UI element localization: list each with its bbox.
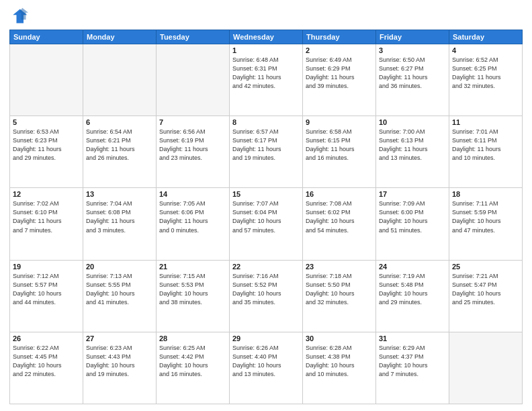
day-info: Sunrise: 7:09 AM Sunset: 6:00 PM Dayligh… [379, 199, 446, 234]
week-row-2: 5Sunrise: 6:53 AM Sunset: 6:23 PM Daylig… [10, 116, 523, 188]
day-number: 2 [306, 46, 373, 54]
day-number: 21 [159, 263, 226, 271]
day-cell: 13Sunrise: 7:04 AM Sunset: 6:08 PM Dayli… [83, 188, 157, 260]
day-cell: 29Sunrise: 6:26 AM Sunset: 4:40 PM Dayli… [230, 332, 303, 404]
day-info: Sunrise: 7:08 AM Sunset: 6:02 PM Dayligh… [306, 199, 373, 234]
day-number: 31 [379, 334, 446, 342]
day-number: 4 [452, 46, 519, 54]
day-number: 7 [159, 118, 226, 126]
day-cell: 20Sunrise: 7:13 AM Sunset: 5:55 PM Dayli… [83, 260, 157, 332]
day-info: Sunrise: 6:56 AM Sunset: 6:19 PM Dayligh… [159, 128, 226, 163]
day-number: 16 [306, 190, 373, 198]
day-info: Sunrise: 6:49 AM Sunset: 6:29 PM Dayligh… [306, 56, 373, 91]
day-number: 29 [232, 334, 300, 342]
day-number: 26 [13, 334, 80, 342]
day-info: Sunrise: 6:22 AM Sunset: 4:45 PM Dayligh… [13, 344, 80, 379]
day-cell: 14Sunrise: 7:05 AM Sunset: 6:06 PM Dayli… [157, 188, 230, 260]
day-cell: 18Sunrise: 7:11 AM Sunset: 5:59 PM Dayli… [449, 188, 523, 260]
col-header-monday: Monday [83, 30, 157, 44]
week-row-5: 26Sunrise: 6:22 AM Sunset: 4:45 PM Dayli… [10, 332, 523, 404]
day-number: 22 [232, 263, 300, 271]
day-number: 27 [86, 334, 153, 342]
day-cell: 28Sunrise: 6:25 AM Sunset: 4:42 PM Dayli… [157, 332, 230, 404]
week-row-1: 1Sunrise: 6:48 AM Sunset: 6:31 PM Daylig… [10, 44, 523, 116]
day-cell [449, 332, 523, 404]
day-number: 17 [379, 190, 446, 198]
day-cell: 6Sunrise: 6:54 AM Sunset: 6:21 PM Daylig… [83, 116, 157, 188]
day-info: Sunrise: 7:18 AM Sunset: 5:50 PM Dayligh… [306, 272, 373, 307]
day-number: 11 [452, 118, 519, 126]
day-info: Sunrise: 6:26 AM Sunset: 4:40 PM Dayligh… [232, 344, 300, 379]
day-info: Sunrise: 7:15 AM Sunset: 5:53 PM Dayligh… [159, 272, 226, 307]
day-info: Sunrise: 7:21 AM Sunset: 5:47 PM Dayligh… [452, 272, 519, 307]
day-cell: 7Sunrise: 6:56 AM Sunset: 6:19 PM Daylig… [157, 116, 230, 188]
day-number: 12 [13, 190, 80, 198]
day-number: 20 [86, 263, 153, 271]
day-cell: 9Sunrise: 6:58 AM Sunset: 6:15 PM Daylig… [303, 116, 376, 188]
day-info: Sunrise: 7:16 AM Sunset: 5:52 PM Dayligh… [232, 272, 300, 307]
header-row: SundayMondayTuesdayWednesdayThursdayFrid… [10, 30, 523, 44]
week-row-3: 12Sunrise: 7:02 AM Sunset: 6:10 PM Dayli… [10, 188, 523, 260]
day-number: 23 [306, 263, 373, 271]
day-cell: 24Sunrise: 7:19 AM Sunset: 5:48 PM Dayli… [376, 260, 449, 332]
day-number: 18 [452, 190, 519, 198]
logo-icon [9, 7, 28, 26]
day-number: 30 [306, 334, 373, 342]
day-cell: 30Sunrise: 6:28 AM Sunset: 4:38 PM Dayli… [303, 332, 376, 404]
day-number: 6 [86, 118, 153, 126]
day-number: 1 [232, 46, 300, 54]
day-number: 28 [159, 334, 226, 342]
day-info: Sunrise: 6:25 AM Sunset: 4:42 PM Dayligh… [159, 344, 226, 379]
day-cell: 12Sunrise: 7:02 AM Sunset: 6:10 PM Dayli… [10, 188, 83, 260]
day-number: 5 [13, 118, 80, 126]
day-info: Sunrise: 6:28 AM Sunset: 4:38 PM Dayligh… [306, 344, 373, 379]
day-number: 15 [232, 190, 300, 198]
logo [9, 7, 31, 26]
day-info: Sunrise: 6:57 AM Sunset: 6:17 PM Dayligh… [232, 128, 300, 163]
calendar-table: SundayMondayTuesdayWednesdayThursdayFrid… [9, 30, 523, 404]
day-cell: 17Sunrise: 7:09 AM Sunset: 6:00 PM Dayli… [376, 188, 449, 260]
day-cell: 27Sunrise: 6:23 AM Sunset: 4:43 PM Dayli… [83, 332, 157, 404]
day-cell: 2Sunrise: 6:49 AM Sunset: 6:29 PM Daylig… [303, 44, 376, 116]
day-cell: 26Sunrise: 6:22 AM Sunset: 4:45 PM Dayli… [10, 332, 83, 404]
day-info: Sunrise: 6:50 AM Sunset: 6:27 PM Dayligh… [379, 56, 446, 91]
day-info: Sunrise: 7:07 AM Sunset: 6:04 PM Dayligh… [232, 199, 300, 234]
day-cell: 1Sunrise: 6:48 AM Sunset: 6:31 PM Daylig… [230, 44, 303, 116]
week-row-4: 19Sunrise: 7:12 AM Sunset: 5:57 PM Dayli… [10, 260, 523, 332]
day-cell [157, 44, 230, 116]
day-cell: 10Sunrise: 7:00 AM Sunset: 6:13 PM Dayli… [376, 116, 449, 188]
day-number: 19 [13, 263, 80, 271]
col-header-saturday: Saturday [449, 30, 523, 44]
day-cell: 22Sunrise: 7:16 AM Sunset: 5:52 PM Dayli… [230, 260, 303, 332]
day-info: Sunrise: 7:05 AM Sunset: 6:06 PM Dayligh… [159, 199, 226, 234]
day-info: Sunrise: 6:58 AM Sunset: 6:15 PM Dayligh… [306, 128, 373, 163]
day-number: 24 [379, 263, 446, 271]
day-cell: 4Sunrise: 6:52 AM Sunset: 6:25 PM Daylig… [449, 44, 523, 116]
day-cell: 19Sunrise: 7:12 AM Sunset: 5:57 PM Dayli… [10, 260, 83, 332]
col-header-wednesday: Wednesday [230, 30, 303, 44]
day-cell [83, 44, 157, 116]
day-info: Sunrise: 7:13 AM Sunset: 5:55 PM Dayligh… [86, 272, 153, 307]
day-number: 13 [86, 190, 153, 198]
day-cell: 8Sunrise: 6:57 AM Sunset: 6:17 PM Daylig… [230, 116, 303, 188]
day-cell: 5Sunrise: 6:53 AM Sunset: 6:23 PM Daylig… [10, 116, 83, 188]
day-info: Sunrise: 7:11 AM Sunset: 5:59 PM Dayligh… [452, 199, 519, 234]
col-header-friday: Friday [376, 30, 449, 44]
day-cell: 21Sunrise: 7:15 AM Sunset: 5:53 PM Dayli… [157, 260, 230, 332]
day-cell [10, 44, 83, 116]
day-number: 9 [306, 118, 373, 126]
col-header-sunday: Sunday [10, 30, 83, 44]
header [9, 7, 523, 26]
day-info: Sunrise: 7:19 AM Sunset: 5:48 PM Dayligh… [379, 272, 446, 307]
day-number: 3 [379, 46, 446, 54]
day-info: Sunrise: 6:53 AM Sunset: 6:23 PM Dayligh… [13, 128, 80, 163]
col-header-tuesday: Tuesday [157, 30, 230, 44]
day-info: Sunrise: 6:23 AM Sunset: 4:43 PM Dayligh… [86, 344, 153, 379]
day-info: Sunrise: 6:29 AM Sunset: 4:37 PM Dayligh… [379, 344, 446, 379]
day-cell: 15Sunrise: 7:07 AM Sunset: 6:04 PM Dayli… [230, 188, 303, 260]
day-info: Sunrise: 6:52 AM Sunset: 6:25 PM Dayligh… [452, 56, 519, 91]
day-info: Sunrise: 7:00 AM Sunset: 6:13 PM Dayligh… [379, 128, 446, 163]
day-info: Sunrise: 7:02 AM Sunset: 6:10 PM Dayligh… [13, 199, 80, 234]
day-info: Sunrise: 6:54 AM Sunset: 6:21 PM Dayligh… [86, 128, 153, 163]
page: SundayMondayTuesdayWednesdayThursdayFrid… [0, 0, 532, 411]
